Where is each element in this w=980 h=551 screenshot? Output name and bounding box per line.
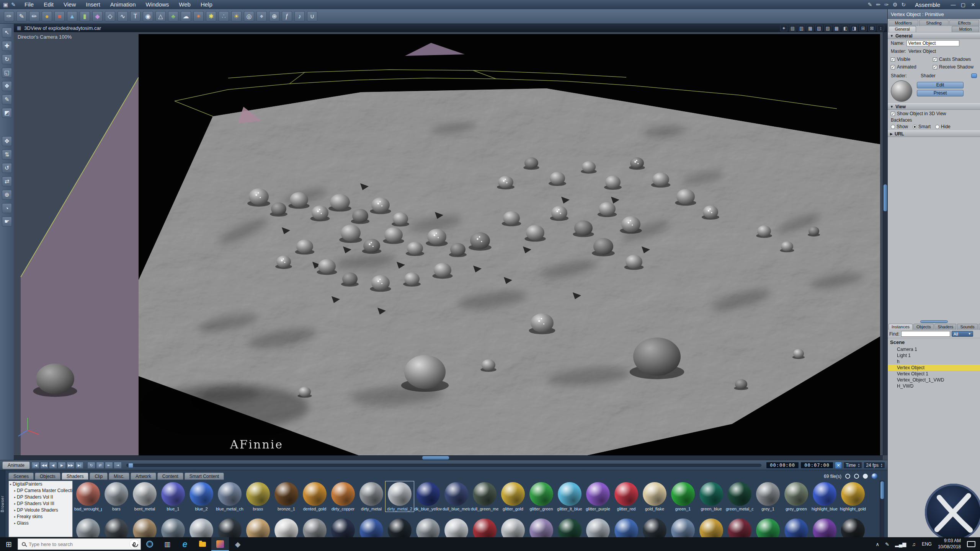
boolean-icon[interactable]: ⊕ <box>269 11 279 21</box>
edge-browser-icon[interactable]: e <box>176 537 194 551</box>
paint-bucket-icon[interactable]: ◩ <box>2 108 12 118</box>
shader-item[interactable] <box>272 518 301 537</box>
shader-item[interactable]: bad_wrought_p. <box>74 481 102 512</box>
shader-item[interactable]: glitter_gold <box>499 481 527 512</box>
magnify-tool-icon[interactable]: ◔ <box>2 203 12 213</box>
viewport-vertical-scrollbar[interactable] <box>883 32 887 455</box>
camera-icon[interactable]: ◎ <box>244 11 254 21</box>
menu-item-edit[interactable]: Edit <box>39 0 59 9</box>
scene-panel-tab-clips[interactable]: Clips <box>978 324 980 330</box>
shader-item[interactable] <box>244 518 272 537</box>
timeline-scrubber[interactable] <box>126 464 761 467</box>
shader-item[interactable]: glitter_purple <box>584 481 612 512</box>
visible-checkbox[interactable]: ✓Visible <box>891 57 931 62</box>
shader-item[interactable]: glitter_red <box>612 481 640 512</box>
expand-view-icon[interactable]: ↕ <box>877 25 884 31</box>
hand-tool-icon[interactable]: ☛ <box>2 217 12 227</box>
universal-manipulator-icon[interactable]: ❖ <box>2 81 12 91</box>
menu-item-web[interactable]: Web <box>174 0 196 9</box>
shader-item[interactable] <box>442 518 470 537</box>
tree-item[interactable]: ▸DP Shaders Vol III <box>9 500 72 507</box>
pencil-tool-icon[interactable]: ✏ <box>876 0 880 9</box>
zoom-camera-icon[interactable]: ⊕ <box>2 190 12 200</box>
shader-item[interactable]: bronze_1 <box>272 481 301 512</box>
properties-tab-modifiers[interactable]: Modifiers <box>889 20 918 26</box>
menu-item-insert[interactable]: Insert <box>81 0 105 9</box>
shader-item[interactable] <box>131 518 159 537</box>
shader-item[interactable]: grey_green <box>782 481 810 512</box>
flat-shade-mode-icon[interactable]: ▥ <box>798 25 805 31</box>
file-explorer-icon[interactable] <box>194 537 211 551</box>
properties-tab-effects[interactable]: Effects <box>949 20 979 26</box>
settings-gear-icon[interactable]: ⚙ <box>893 0 898 9</box>
shader-item[interactable]: blue_1 <box>159 481 187 512</box>
playhead-handle[interactable] <box>128 463 133 468</box>
action-center-icon[interactable] <box>967 541 975 547</box>
prev-key-button[interactable]: ⇤ <box>105 462 113 469</box>
browser-tab-scenes[interactable]: Scenes <box>8 473 34 480</box>
cortana-icon[interactable] <box>141 537 158 551</box>
shader-color-chip[interactable] <box>971 73 977 78</box>
taskbar-clock[interactable]: 9:03 AM 10/08/2018 <box>938 538 961 550</box>
scene-panel-tab-instances[interactable]: Instances <box>889 324 913 330</box>
maximize-button[interactable]: ▢ <box>959 2 967 8</box>
tree-item[interactable]: ▸DP Camera Master Collecti <box>9 487 72 494</box>
frame-forward-button[interactable]: ▶▶ <box>67 462 75 469</box>
scene-item[interactable]: h <box>888 359 980 365</box>
shader-item[interactable] <box>414 518 442 537</box>
left-view-icon[interactable]: ◧ <box>842 25 849 31</box>
viewport-horizontal-scrollbar[interactable] <box>14 455 883 460</box>
animated-checkbox[interactable]: ✓Animated <box>891 64 931 70</box>
close-button[interactable]: ✕ <box>969 2 977 8</box>
name-input[interactable] <box>906 40 959 46</box>
tree-item[interactable]: ▸Glass <box>9 520 72 527</box>
browser-tab-clip[interactable]: Clip <box>90 473 108 480</box>
play-button[interactable]: ▶ <box>58 462 66 469</box>
shader-item[interactable]: glitter_green <box>527 481 555 512</box>
end-time-field[interactable]: 00:07:00 <box>800 462 833 469</box>
shadow-toggle-icon[interactable]: ▨ <box>824 25 831 31</box>
shader-item[interactable] <box>102 518 131 537</box>
browser-tab-misc-[interactable]: Misc. <box>109 473 129 480</box>
shader-item[interactable] <box>74 518 102 537</box>
text-object-icon[interactable]: T <box>130 11 140 21</box>
clear-time-icon[interactable]: ✕ <box>835 462 842 469</box>
shader-item[interactable] <box>159 518 187 537</box>
menu-item-animation[interactable]: Animation <box>105 0 141 9</box>
particle-icon[interactable]: ✱ <box>206 11 216 21</box>
pan-camera-icon[interactable]: ✥ <box>2 136 12 146</box>
scene-item[interactable]: Vertex Object <box>888 365 980 371</box>
animate-tab[interactable]: Animate <box>2 461 30 469</box>
mic-icon[interactable] <box>130 540 139 549</box>
shader-item[interactable] <box>612 518 640 537</box>
magnet-icon[interactable]: ∪ <box>307 11 317 21</box>
shader-item[interactable]: blue_metal_chi. <box>216 481 244 512</box>
right-view-icon[interactable]: ◨ <box>851 25 858 31</box>
viewport-canvas[interactable]: AFinnie Director's Camera 100% <box>14 32 887 460</box>
backfaces-show-radio[interactable]: Show <box>891 124 908 129</box>
receive-shadow-checkbox[interactable]: ✓Receive Shadow <box>933 64 973 70</box>
light-icon[interactable]: ☀ <box>231 11 242 21</box>
wireframe-mode-icon[interactable]: ▤ <box>789 25 796 31</box>
shader-item[interactable] <box>810 518 839 537</box>
scene-item[interactable]: Light 1 <box>888 352 980 359</box>
terrain-icon[interactable]: △ <box>155 11 166 21</box>
formula-icon[interactable]: ƒ <box>282 11 292 21</box>
scene-panel-tab-objects[interactable]: Objects <box>913 324 934 330</box>
scene-item[interactable]: H_VWD <box>888 383 980 389</box>
tree-item[interactable]: ▸DigitalPainters <box>9 481 72 487</box>
viewport-hscroll-thumb[interactable] <box>422 456 449 460</box>
shader-item[interactable]: dirty_copper <box>329 481 357 512</box>
render-preview-icon[interactable]: ✦ <box>780 25 787 31</box>
search-input[interactable] <box>29 541 127 547</box>
tree-item[interactable]: ▸DP Veloute Shaders <box>9 507 72 514</box>
cube-primitive-icon[interactable]: ■ <box>54 11 65 21</box>
general-section-header[interactable]: ▼General <box>888 33 980 39</box>
loop-button[interactable]: ↻ <box>87 462 95 469</box>
refresh-icon[interactable]: ↻ <box>901 0 906 9</box>
shader-item[interactable]: green_1 <box>669 481 697 512</box>
scene-panel-tab-shaders[interactable]: Shaders <box>934 324 956 330</box>
shader-item[interactable]: green_metal_c. <box>725 481 754 512</box>
cone-primitive-icon[interactable]: ▲ <box>67 11 77 21</box>
scene-panel-tab-sounds[interactable]: Sounds <box>957 324 977 330</box>
